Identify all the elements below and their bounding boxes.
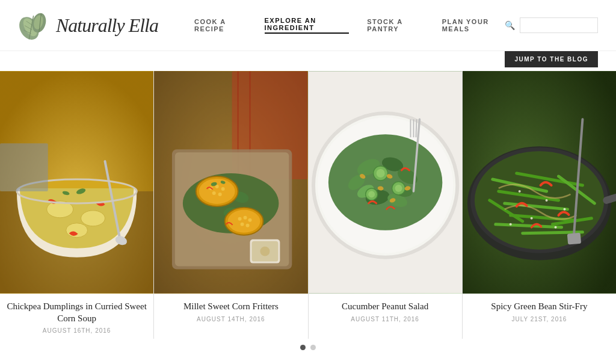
recipe-image-3 bbox=[463, 71, 616, 294]
svg-point-99 bbox=[554, 226, 556, 229]
recipe-info-2: Cucumber Peanut Salad AUGUST 11TH, 2016 bbox=[309, 294, 462, 327]
svg-point-67 bbox=[376, 169, 384, 177]
search-input[interactable] bbox=[520, 17, 598, 33]
recipe-date-1: AUGUST 14TH, 2016 bbox=[159, 316, 303, 322]
main-nav: COOK A RECIPE EXPLORE AN INGREDIENT STOC… bbox=[194, 17, 505, 34]
svg-point-71 bbox=[368, 191, 375, 197]
search-area: 🔍 bbox=[505, 17, 598, 33]
recipe-info-1: Millet Sweet Corn Fritters AUGUST 14TH, … bbox=[154, 294, 307, 327]
recipe-info-0: Chickpea Dumplings in Curried Sweet Corn… bbox=[0, 294, 153, 339]
recipe-card-0[interactable]: Chickpea Dumplings in Curried Sweet Corn… bbox=[0, 71, 153, 339]
svg-point-38 bbox=[221, 187, 225, 191]
pagination-dot-0[interactable] bbox=[300, 345, 306, 350]
svg-point-46 bbox=[241, 223, 244, 226]
recipes-grid: Chickpea Dumplings in Curried Sweet Corn… bbox=[0, 71, 616, 339]
svg-point-98 bbox=[530, 217, 532, 220]
svg-point-42 bbox=[228, 210, 260, 233]
svg-point-47 bbox=[246, 224, 250, 227]
recipe-card-3[interactable]: Spicy Green Bean Stir-Fry JULY 21ST, 201… bbox=[462, 71, 616, 339]
svg-line-79 bbox=[416, 119, 416, 137]
nav-cook-recipe[interactable]: COOK A RECIPE bbox=[194, 18, 247, 32]
recipe-card-2[interactable]: Cucumber Peanut Salad AUGUST 11TH, 2016 bbox=[308, 71, 462, 339]
svg-point-57 bbox=[328, 134, 442, 230]
svg-point-95 bbox=[518, 190, 520, 193]
recipe-image-2 bbox=[309, 71, 462, 294]
svg-point-40 bbox=[218, 193, 222, 196]
logo-text: Naturally Ella bbox=[56, 14, 158, 37]
svg-point-35 bbox=[199, 179, 235, 204]
svg-point-84 bbox=[475, 151, 604, 250]
svg-point-100 bbox=[510, 223, 512, 226]
recipe-card-1[interactable]: Millet Sweet Corn Fritters AUGUST 14TH, … bbox=[153, 71, 307, 339]
recipe-date-3: JULY 21ST, 2016 bbox=[467, 316, 611, 322]
svg-point-45 bbox=[248, 218, 252, 222]
svg-rect-21 bbox=[0, 143, 48, 191]
recipe-title-0: Chickpea Dumplings in Curried Sweet Corn… bbox=[5, 301, 149, 324]
pagination bbox=[0, 339, 616, 355]
svg-point-44 bbox=[244, 216, 247, 220]
recipe-info-3: Spicy Green Bean Stir-Fry JULY 21ST, 201… bbox=[463, 294, 616, 327]
header: Naturally Ella COOK A RECIPE EXPLORE AN … bbox=[0, 0, 616, 51]
svg-point-15 bbox=[81, 211, 105, 226]
jump-to-blog-button[interactable]: JUMP TO THE BLOG bbox=[505, 51, 598, 67]
leaf-icon bbox=[18, 9, 51, 42]
pagination-dot-1[interactable] bbox=[310, 345, 316, 350]
recipe-date-2: AUGUST 11TH, 2016 bbox=[313, 316, 457, 322]
svg-point-96 bbox=[545, 199, 547, 202]
svg-point-16 bbox=[66, 223, 88, 238]
svg-rect-101 bbox=[567, 233, 581, 245]
search-icon[interactable]: 🔍 bbox=[505, 20, 515, 31]
svg-point-52 bbox=[260, 247, 270, 256]
svg-point-43 bbox=[238, 217, 242, 221]
recipe-image-0 bbox=[0, 71, 153, 294]
svg-point-39 bbox=[212, 191, 216, 195]
nav-explore-ingredient[interactable]: EXPLORE AN INGREDIENT bbox=[265, 17, 350, 34]
svg-point-69 bbox=[395, 185, 402, 192]
jump-btn-area: JUMP TO THE BLOG bbox=[0, 51, 616, 71]
recipe-title-2: Cucumber Peanut Salad bbox=[313, 301, 457, 313]
nav-stock-pantry[interactable]: STOCK A PANTRY bbox=[367, 18, 424, 32]
svg-point-97 bbox=[563, 208, 565, 211]
recipe-date-0: AUGUST 16TH, 2016 bbox=[5, 327, 149, 334]
recipe-title-1: Millet Sweet Corn Fritters bbox=[159, 301, 303, 313]
recipe-title-3: Spicy Green Bean Stir-Fry bbox=[467, 301, 611, 313]
nav-plan-meals[interactable]: PLAN YOUR MEALS bbox=[442, 18, 505, 32]
logo-area: Naturally Ella bbox=[18, 9, 158, 42]
recipe-image-1 bbox=[154, 71, 307, 294]
